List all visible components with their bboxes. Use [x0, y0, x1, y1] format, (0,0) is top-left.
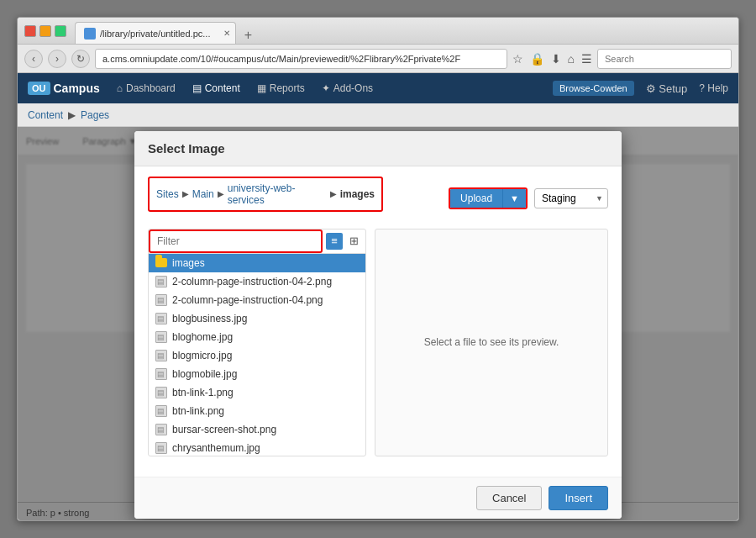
cms-logo: OU Campus	[28, 82, 100, 95]
staging-select[interactable]: Staging Production	[534, 188, 608, 208]
upload-dropdown-button[interactable]: ▼	[502, 189, 526, 208]
image-icon-10	[155, 442, 167, 454]
image-icon-4	[155, 331, 167, 343]
nav-item-addons[interactable]: ✦ Add-Ons	[322, 82, 373, 94]
content-area: Preview Paragraph ▼ Select Image Sit	[18, 127, 738, 521]
image-icon-1	[155, 276, 167, 287]
file-name-2: 2-column-page-instruction-04.png	[172, 294, 323, 306]
browser-tab[interactable]: /library/private/untitled.pc... ✕	[75, 22, 236, 44]
image-icon-5	[155, 350, 167, 361]
breadcrumb-sites[interactable]: Sites	[156, 188, 179, 200]
file-area: ≡ ⊞ images	[148, 229, 608, 456]
breadcrumb-images: images	[340, 188, 375, 200]
grid-view-icon[interactable]: ⊞	[345, 233, 362, 250]
forward-button[interactable]: ›	[48, 50, 66, 68]
file-item-10[interactable]: chrysanthemum.jpg	[149, 439, 365, 456]
file-name-1: 2-column-page-instruction-04-2.png	[172, 276, 332, 287]
dialog-footer: Cancel Insert	[134, 477, 622, 519]
filter-input[interactable]	[149, 229, 323, 253]
view-icons: ≡ ⊞	[323, 231, 365, 251]
title-bar: /library/private/untitled.pc... ✕ +	[18, 18, 738, 45]
tab-favicon	[84, 28, 96, 40]
staging-wrapper: Staging Production	[534, 188, 608, 208]
dashboard-icon: ⌂	[117, 82, 123, 94]
download-icon[interactable]: ⬇	[551, 52, 561, 66]
nav-item-dashboard[interactable]: ⌂ Dashboard	[117, 82, 176, 94]
cms-navigation: OU Campus ⌂ Dashboard ▤ Content ▦ Report…	[18, 73, 738, 103]
new-tab-button[interactable]: +	[239, 27, 256, 44]
lock-icon: 🔒	[530, 52, 544, 66]
preview-text: Select a file to see its preview.	[424, 336, 559, 348]
file-item-images-folder[interactable]: images	[149, 254, 365, 272]
breadcrumb-sep-main: ▶	[218, 189, 224, 198]
nav-content-label: Content	[205, 82, 240, 94]
nav-item-reports[interactable]: ▦ Reports	[257, 82, 305, 94]
breadcrumb-content[interactable]: Content	[28, 109, 63, 121]
cms-logo-text: Campus	[54, 82, 100, 95]
bookmark-icon[interactable]: ☆	[512, 52, 523, 66]
breadcrumb-uweb[interactable]: university-web-services	[228, 182, 327, 206]
address-input[interactable]	[95, 49, 507, 69]
minimize-btn[interactable]	[39, 25, 51, 37]
browser-toolbar-icons: ☆ 🔒 ⬇ ⌂ ☰	[512, 52, 592, 66]
breadcrumb-main[interactable]: Main	[192, 188, 214, 200]
file-item-5[interactable]: blogmicro.jpg	[149, 346, 365, 365]
tab-close-icon[interactable]: ✕	[223, 29, 230, 38]
nav-addons-label: Add-Ons	[333, 82, 373, 94]
maximize-btn[interactable]	[55, 25, 66, 37]
cms-nav-right: Browse-Cowden ⚙ Setup ? Help	[553, 81, 728, 96]
content-icon: ▤	[192, 82, 202, 94]
upload-button-group: Upload ▼	[449, 187, 528, 209]
dialog-header: Select Image	[134, 131, 622, 166]
image-icon-6	[155, 368, 167, 380]
file-item-9[interactable]: bursar-screen-shot.png	[149, 420, 365, 439]
back-button[interactable]: ‹	[24, 50, 43, 68]
browser-search-input[interactable]	[597, 49, 732, 69]
file-item-7[interactable]: btn-link-1.png	[149, 383, 365, 402]
settings-icon[interactable]: ☰	[581, 52, 592, 66]
file-list: images 2-column-page-instruction-04-2.pn…	[149, 254, 365, 456]
select-image-dialog: Select Image Sites ▶ Main ▶ university-w…	[134, 131, 622, 519]
file-name-7: btn-link-1.png	[172, 387, 234, 398]
file-name-images: images	[172, 257, 205, 269]
dialog-body: Sites ▶ Main ▶ university-web-services ▶…	[134, 166, 622, 477]
file-item-4[interactable]: bloghome.jpg	[149, 328, 365, 346]
nav-help[interactable]: ? Help	[699, 82, 728, 94]
home-icon[interactable]: ⌂	[568, 52, 575, 66]
file-item-3[interactable]: blogbusiness.jpg	[149, 309, 365, 328]
file-name-10: chrysanthemum.jpg	[172, 442, 260, 454]
breadcrumb-sep1: ▶	[68, 109, 76, 121]
tab-title: /library/private/untitled.pc...	[100, 29, 210, 39]
image-icon-2	[155, 294, 167, 306]
file-name-8: btn-link.png	[172, 405, 224, 417]
tab-bar: /library/private/untitled.pc... ✕ +	[75, 18, 732, 44]
window-controls	[24, 25, 66, 37]
nav-gear-icon[interactable]: ⚙ Setup	[646, 82, 688, 95]
preview-panel: Select a file to see its preview.	[375, 229, 608, 456]
nav-reports-label: Reports	[270, 82, 305, 94]
upload-button[interactable]: Upload	[450, 189, 502, 208]
user-badge[interactable]: Browse-Cowden	[553, 81, 634, 96]
cancel-button[interactable]: Cancel	[476, 486, 542, 510]
list-view-icon[interactable]: ≡	[326, 233, 343, 250]
file-name-3: blogbusiness.jpg	[172, 313, 247, 324]
file-name-5: blogmicro.jpg	[172, 350, 232, 361]
nav-item-content[interactable]: ▤ Content	[192, 82, 240, 94]
file-name-4: bloghome.jpg	[172, 331, 233, 343]
refresh-button[interactable]: ↻	[71, 50, 90, 68]
folder-icon	[155, 258, 167, 267]
file-name-9: bursar-screen-shot.png	[172, 424, 276, 435]
insert-button[interactable]: Insert	[549, 486, 608, 510]
cms-logo-icon: OU	[28, 82, 50, 95]
file-item-6[interactable]: blogmobile.jpg	[149, 365, 365, 383]
file-item-1[interactable]: 2-column-page-instruction-04-2.png	[149, 272, 365, 291]
file-item-8[interactable]: btn-link.png	[149, 402, 365, 420]
nav-dashboard-label: Dashboard	[126, 82, 176, 94]
close-btn[interactable]	[24, 25, 36, 37]
cms-breadcrumb: Content ▶ Pages	[18, 103, 738, 127]
dialog-title: Select Image	[148, 141, 225, 156]
file-item-2[interactable]: 2-column-page-instruction-04.png	[149, 291, 365, 309]
breadcrumb-sep-sites: ▶	[182, 189, 189, 198]
breadcrumb-pages[interactable]: Pages	[81, 109, 109, 121]
image-icon-8	[155, 405, 167, 417]
